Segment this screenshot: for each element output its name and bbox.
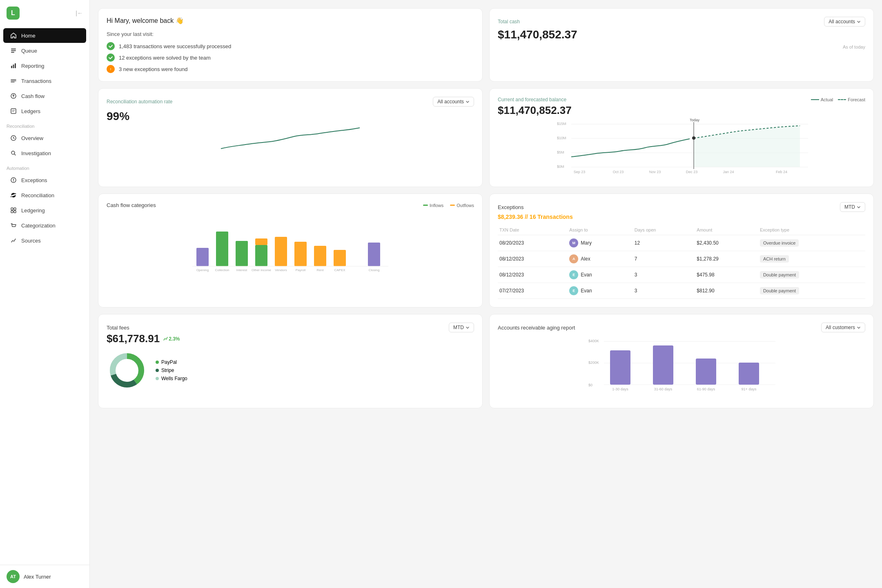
svg-rect-67	[739, 363, 759, 385]
nav-item-transactions[interactable]: Transactions	[3, 74, 86, 88]
fees-legend: PayPal Stripe Wells Fargo	[156, 359, 187, 381]
categorization-icon	[10, 222, 17, 229]
svg-text:1-30 days: 1-30 days	[612, 387, 628, 391]
cashflow-icon	[10, 92, 17, 100]
txn-date: 08/12/2023	[498, 267, 568, 283]
svg-point-26	[692, 136, 695, 140]
svg-text:Rent: Rent	[317, 268, 324, 272]
svg-text:Interest: Interest	[236, 268, 247, 272]
exceptions-summary: $8,239.36 // 16 Transactions	[498, 214, 865, 220]
investigation-icon	[10, 149, 17, 157]
home-icon	[10, 32, 17, 39]
forecast-chart: $15M $10M $5M $0M	[498, 120, 865, 177]
wellsfargo-dot	[156, 377, 159, 380]
user-cell: M Mary	[568, 235, 633, 251]
welcome-item-text-1: 12 exceptions were solved by the team	[119, 55, 211, 61]
ar-customers-dropdown[interactable]: All customers	[821, 323, 865, 332]
collapse-button[interactable]: |←	[76, 10, 83, 16]
nav-item-queue[interactable]: Queue	[3, 43, 86, 58]
exception-type: Double payment	[758, 267, 865, 283]
svg-text:Nov 23: Nov 23	[649, 170, 661, 174]
nav-item-sources[interactable]: Sources	[3, 233, 86, 248]
check-icon-0	[107, 42, 115, 50]
outflows-dot	[450, 205, 455, 206]
nav-label-exceptions: Exceptions	[21, 177, 47, 183]
exceptions-dropdown[interactable]: MTD	[840, 202, 865, 212]
nav-item-home[interactable]: Home	[3, 28, 86, 43]
welcome-item-2: ! 3 new exceptions were found	[107, 65, 474, 73]
svg-text:Vendors: Vendors	[275, 268, 287, 272]
exceptions-card: Exceptions MTD $8,239.36 // 16 Transacti…	[489, 194, 874, 307]
ar-aging-chart: $400K $200K $0 1-30 days 31-60 days 61-9	[498, 337, 865, 399]
user-profile[interactable]: AT Alex Turner	[0, 565, 89, 588]
col-days-open: Days open	[633, 225, 695, 235]
svg-rect-66	[696, 359, 716, 385]
nav-item-reporting[interactable]: Reporting	[3, 58, 86, 73]
exceptions-icon	[10, 176, 17, 184]
check-icon-1	[107, 53, 115, 62]
days-open: 3	[633, 283, 695, 299]
svg-text:$0M: $0M	[557, 165, 564, 169]
sidebar: L |← Home Queue Reporting Transac	[0, 0, 90, 588]
sources-icon	[10, 237, 17, 244]
outflows-legend: Outflows	[450, 203, 474, 208]
svg-rect-64	[610, 350, 630, 385]
as-of-label: As of today	[498, 45, 865, 49]
nav-label-transactions: Transactions	[21, 78, 51, 84]
svg-rect-3	[11, 66, 12, 68]
svg-rect-40	[294, 242, 307, 266]
user-avatar: A	[569, 254, 578, 263]
ledgering-icon	[10, 207, 17, 214]
inflows-dot	[423, 205, 428, 206]
svg-rect-43	[368, 243, 380, 266]
exception-type: ACH return	[758, 251, 865, 267]
nav-label-investigation: Investigation	[21, 150, 51, 156]
exception-type: Overdue invoice	[758, 235, 865, 251]
nav-item-categorization[interactable]: Categorization	[3, 218, 86, 233]
user-avatar: E	[569, 286, 578, 295]
txn-date: 07/27/2023	[498, 283, 568, 299]
fees-dropdown[interactable]: MTD	[449, 323, 474, 332]
nav-label-ledgers: Ledgers	[21, 108, 40, 114]
total-fees-card: Total fees MTD $61,778.91 2.3%	[98, 314, 483, 408]
reporting-icon	[10, 62, 17, 69]
user-avatar: M	[569, 238, 578, 247]
recon-accounts-dropdown[interactable]: All accounts	[433, 97, 474, 107]
table-row: 08/20/2023 M Mary 12 $2,430.50 Overdue i…	[498, 235, 865, 251]
nav-label-reporting: Reporting	[21, 63, 44, 69]
user-name: Evan	[581, 272, 592, 278]
accounts-dropdown[interactable]: All accounts	[824, 17, 865, 27]
svg-rect-11	[11, 208, 13, 210]
nav-item-reconciliation-auto[interactable]: Reconciliation	[3, 188, 86, 203]
main-nav: Home Queue Reporting Transactions Cash f…	[0, 26, 89, 565]
total-cash-label: Total cash	[498, 19, 520, 24]
svg-rect-41	[314, 246, 326, 266]
nav-item-ledgering[interactable]: Ledgering	[3, 203, 86, 218]
nav-item-exceptions[interactable]: Exceptions	[3, 173, 86, 187]
svg-text:61-90 days: 61-90 days	[697, 387, 715, 391]
nav-item-overview[interactable]: Overview	[3, 131, 86, 145]
user-avatar: E	[569, 270, 578, 279]
exceptions-table: TXN Date Assign to Days open Amount Exce…	[498, 225, 865, 299]
welcome-item-text-2: 3 new exceptions were found	[119, 66, 187, 72]
nav-label-cashflow: Cash flow	[21, 93, 45, 99]
txn-date: 08/12/2023	[498, 251, 568, 267]
transactions-icon	[10, 77, 17, 85]
app-logo: L	[7, 7, 20, 20]
table-row: 08/12/2023 A Alex 7 $1,278.29 ACH return	[498, 251, 865, 267]
total-cash-card: Total cash All accounts $11,470,852.37 A…	[489, 8, 874, 82]
fees-legend-paypal: PayPal	[156, 359, 187, 365]
table-row: 08/12/2023 E Evan 3 $475.98 Double payme…	[498, 267, 865, 283]
svg-rect-0	[11, 49, 16, 49]
nav-item-cashflow[interactable]: Cash flow	[3, 89, 86, 103]
total-cash-amount: $11,470,852.37	[498, 28, 865, 41]
nav-item-ledgers[interactable]: Ledgers	[3, 104, 86, 118]
nav-item-investigation[interactable]: Investigation	[3, 146, 86, 160]
cashflow-legend: Inflows Outflows	[423, 203, 474, 208]
svg-text:Sep 23: Sep 23	[574, 170, 586, 174]
svg-text:Feb 24: Feb 24	[776, 170, 787, 174]
fees-amount-value: $61,778.91	[107, 332, 160, 345]
user-name: Alex	[581, 256, 590, 262]
svg-text:$0: $0	[588, 383, 592, 387]
svg-text:Collection: Collection	[215, 268, 229, 272]
